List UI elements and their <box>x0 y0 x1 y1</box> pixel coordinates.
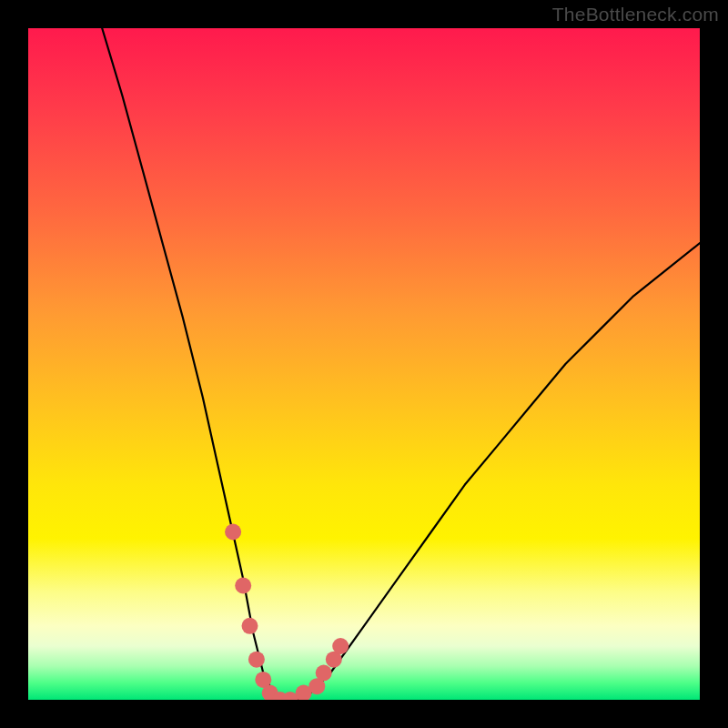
chart-svg <box>28 28 700 700</box>
threshold-markers-group <box>225 524 349 701</box>
chart-frame <box>28 28 700 700</box>
threshold-marker <box>235 578 251 594</box>
watermark-text: TheBottleneck.com <box>552 4 719 25</box>
threshold-marker <box>316 665 332 682</box>
threshold-marker <box>225 524 241 541</box>
threshold-marker <box>248 652 265 668</box>
threshold-marker <box>242 618 258 634</box>
threshold-marker <box>332 638 349 654</box>
bottleneck-curve-path <box>102 28 700 700</box>
